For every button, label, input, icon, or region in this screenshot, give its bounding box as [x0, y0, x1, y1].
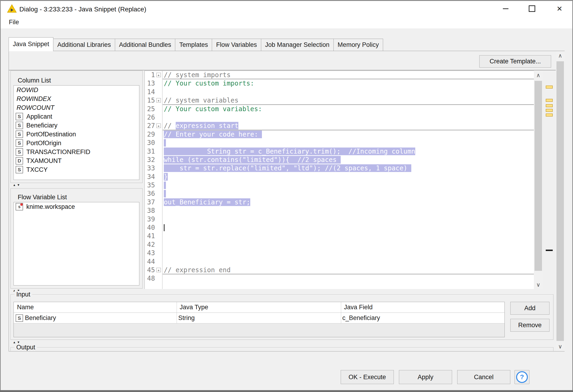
code-line-25[interactable]: 25// Your custom variables:: [145, 105, 534, 113]
scroll-down-icon[interactable]: ∨: [556, 343, 565, 350]
close-icon: ✕: [556, 5, 562, 13]
fold-toggle-icon[interactable]: +: [156, 268, 161, 272]
column-item-beneficiary[interactable]: SBeneficiary: [14, 121, 139, 130]
ok-execute-button[interactable]: OK - Execute: [341, 370, 394, 384]
editor-scroll-up-icon[interactable]: ∧: [534, 72, 543, 79]
flow-variable-panel: Flow Variable List sknime.workspace: [11, 188, 143, 288]
column-item-transactionrefid[interactable]: STRANSACTIONREFID: [14, 147, 139, 156]
row-type-icon: S: [16, 314, 23, 322]
tab-templates[interactable]: Templates: [175, 39, 212, 51]
line-number: 14: [145, 88, 155, 96]
input-row-name[interactable]: Beneficiary: [25, 313, 56, 323]
col-header-name[interactable]: Name: [17, 302, 34, 313]
code-text: str = str.replace("limited", "ltd"); //(…: [164, 164, 411, 173]
code-line-38[interactable]: 38: [145, 207, 534, 215]
code-line-29[interactable]: 29// Enter your code here:: [145, 130, 534, 139]
title-bar[interactable]: Dialog - 3:233:233 - Java Snippet (Repla…: [1, 1, 572, 16]
code-line-41[interactable]: 41: [145, 232, 534, 240]
flow-variable-item[interactable]: sknime.workspace: [14, 202, 139, 211]
tab-flow-variables[interactable]: Flow Variables: [212, 39, 261, 51]
column-divider: [341, 313, 341, 323]
occurrence-mark[interactable]: [546, 109, 553, 112]
code-line-33[interactable]: 33 str = str.replace("limited", "ltd"); …: [145, 164, 534, 173]
code-line-31[interactable]: 31 String str = c_Beneficiary.trim(); //…: [145, 147, 534, 156]
apply-button[interactable]: Apply: [399, 370, 452, 384]
code-line-26[interactable]: 26: [145, 113, 534, 122]
occurrence-mark[interactable]: [546, 104, 553, 107]
column-item-rowid[interactable]: ROWID: [14, 86, 139, 94]
remove-button[interactable]: Remove: [510, 319, 550, 332]
scroll-up-icon[interactable]: ∧: [556, 53, 565, 59]
fold-toggle-icon[interactable]: +: [156, 98, 161, 103]
input-table-header[interactable]: Name Java Type Java Field: [14, 302, 504, 313]
line-number: 29: [145, 130, 155, 139]
col-header-java-field[interactable]: Java Field: [344, 302, 373, 313]
code-text: // Your custom imports:: [164, 79, 254, 88]
left-splitter-arrows[interactable]: ▲▼: [13, 183, 21, 187]
column-item-portofdestination[interactable]: SPortOfDestination: [14, 130, 139, 139]
tab-additional-libraries[interactable]: Additional Libraries: [53, 39, 115, 51]
occurrence-mark[interactable]: [546, 86, 553, 89]
code-line-15[interactable]: 15+// system variables: [145, 96, 534, 105]
tab-java-snippet[interactable]: Java Snippet: [9, 37, 53, 51]
minimize-button[interactable]: [498, 1, 514, 16]
output-splitter-arrows[interactable]: ▲▼: [13, 340, 21, 344]
editor-scrollbar[interactable]: ∧ ∨: [534, 71, 543, 289]
input-row-field[interactable]: c_Beneficiary: [342, 313, 380, 323]
column-item-txccy[interactable]: STXCCY: [14, 165, 139, 174]
editor-scrollbar-thumb[interactable]: [535, 81, 542, 271]
occurrence-mark[interactable]: [546, 99, 553, 102]
code-line-37[interactable]: 37out_Beneficiary = str;: [145, 198, 534, 207]
cancel-button[interactable]: Cancel: [457, 370, 510, 384]
dialog-scrollbar[interactable]: ∧ ∨: [556, 51, 565, 351]
fold-toggle-icon[interactable]: +: [156, 73, 161, 77]
code-line-43[interactable]: 43: [145, 249, 534, 257]
code-line-32[interactable]: 32while (str.contains("limited")){ //2 s…: [145, 156, 534, 164]
code-text: out_Beneficiary = str;: [164, 198, 250, 207]
maximize-button[interactable]: [524, 1, 540, 16]
column-item-rowindex[interactable]: ROWINDEX: [14, 94, 139, 103]
code-line-42[interactable]: 42: [145, 241, 534, 249]
code-line-45[interactable]: 45+// expression end: [145, 266, 534, 274]
dialog-scrollbar-thumb[interactable]: [556, 61, 564, 341]
close-button[interactable]: ✕: [551, 1, 568, 16]
code-line-44[interactable]: 44: [145, 258, 534, 266]
add-button[interactable]: Add: [510, 302, 550, 315]
menu-file[interactable]: File: [6, 18, 21, 26]
code-line-14[interactable]: 14: [145, 88, 534, 96]
col-header-java-type[interactable]: Java Type: [180, 302, 208, 313]
occurrence-mark[interactable]: [546, 113, 553, 117]
code-line-39[interactable]: 39: [145, 215, 534, 224]
column-item-txamount[interactable]: DTXAMOUNT: [14, 156, 139, 165]
input-table-row[interactable]: SBeneficiaryStringc_Beneficiary: [14, 313, 504, 323]
fold-toggle-icon[interactable]: +: [156, 124, 161, 128]
column-item-label: TRANSACTIONREFID: [26, 148, 90, 156]
editor-error-strip[interactable]: [544, 71, 555, 289]
code-text: // expression end: [164, 266, 231, 274]
code-line-13[interactable]: 13// Your custom imports:: [145, 79, 534, 88]
column-item-rowcount[interactable]: ROWCOUNT: [14, 103, 139, 112]
tab-job-manager-selection[interactable]: Job Manager Selection: [261, 39, 334, 51]
help-button[interactable]: ?: [515, 370, 529, 384]
code-text: while (str.contains("limited")){ //2 spa…: [164, 156, 341, 164]
caret-position-mark[interactable]: [546, 249, 553, 251]
code-line-30[interactable]: 30: [145, 139, 534, 147]
tab-additional-bundles[interactable]: Additional Bundles: [115, 39, 176, 51]
code-line-1[interactable]: 1+// system imports: [145, 71, 534, 79]
code-line-35[interactable]: 35: [145, 181, 534, 190]
code-editor[interactable]: 1+// system imports13// Your custom impo…: [144, 71, 534, 289]
line-number: 45: [145, 266, 155, 274]
tab-memory-policy[interactable]: Memory Policy: [334, 39, 383, 51]
editor-scroll-down-icon[interactable]: ∨: [534, 282, 543, 288]
code-line-40[interactable]: 40: [145, 224, 534, 232]
column-item-applicant[interactable]: SApplicant: [14, 112, 139, 121]
code-line-48[interactable]: 48: [145, 274, 534, 283]
column-item-portoforigin[interactable]: SPortOfOrigin: [14, 139, 139, 147]
input-table[interactable]: Name Java Type Java Field SBeneficiarySt…: [14, 302, 505, 337]
column-item-label: ROWCOUNT: [17, 104, 54, 111]
code-line-36[interactable]: 36: [145, 190, 534, 198]
code-line-27[interactable]: 27+// expression start: [145, 122, 534, 130]
input-row-type[interactable]: String: [178, 313, 195, 323]
code-line-34[interactable]: 34}: [145, 173, 534, 181]
create-template-button[interactable]: Create Template...: [479, 55, 551, 68]
